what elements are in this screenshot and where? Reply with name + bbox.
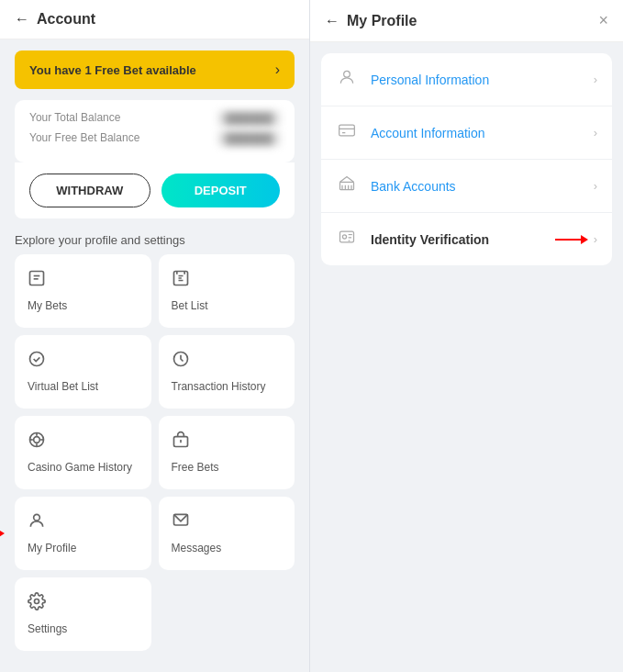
right-header-left: ← My Profile — [325, 13, 417, 29]
menu-item-identity-verification[interactable]: Identity Verification › — [321, 213, 612, 265]
grid-item-my-bets[interactable]: My Bets — [15, 254, 151, 328]
profile-menu-list: Personal Information › Account Informati… — [321, 53, 612, 265]
menu-item-account-info[interactable]: Account Information › — [321, 106, 612, 160]
svg-point-7 — [34, 437, 40, 443]
grid-item-messages[interactable]: Messages — [159, 497, 295, 570]
my-profile-label: My Profile — [28, 542, 76, 554]
messages-label: Messages — [172, 542, 222, 554]
casino-icon — [28, 431, 46, 454]
identity-arrow — [555, 235, 588, 244]
left-header: ← Account — [0, 0, 309, 39]
right-panel: ← My Profile × Personal Information › Ac… — [310, 0, 623, 672]
messages-icon — [172, 511, 190, 534]
personal-info-icon — [336, 68, 358, 91]
menu-item-bank-accounts[interactable]: Bank Accounts › — [321, 160, 612, 213]
bank-accounts-chevron: › — [594, 179, 597, 193]
total-balance-value: ██████ — [218, 111, 280, 126]
freebet-balance-label: Your Free Bet Balance — [29, 131, 139, 146]
svg-rect-18 — [339, 125, 355, 136]
bet-list-icon — [172, 269, 190, 292]
grid-item-bet-list[interactable]: Bet List — [159, 254, 295, 328]
bank-accounts-icon — [336, 174, 358, 197]
my-profile-title: My Profile — [347, 13, 417, 29]
free-bets-label: Free Bets — [172, 461, 219, 474]
total-balance-label: Your Total Balance — [29, 111, 120, 126]
transaction-label: Transaction History — [172, 380, 266, 393]
balance-section: Your Total Balance ██████ Your Free Bet … — [15, 100, 295, 162]
account-title: Account — [37, 11, 95, 28]
personal-info-chevron: › — [594, 73, 597, 86]
free-bets-icon — [172, 431, 190, 454]
account-info-icon — [336, 121, 358, 144]
identity-verification-label: Identity Verification — [371, 232, 555, 247]
explore-label: Explore your profile and settings — [0, 222, 309, 254]
settings-icon — [28, 592, 46, 615]
my-profile-arrow — [0, 529, 5, 538]
back-arrow-right[interactable]: ← — [325, 13, 339, 29]
grid-section: My Bets Bet List Virtual Bet List Transa… — [15, 254, 295, 570]
right-header: ← My Profile × — [310, 0, 623, 42]
my-bets-label: My Bets — [28, 299, 67, 312]
my-bets-icon — [28, 269, 46, 292]
grid-item-casino-history[interactable]: Casino Game History — [15, 416, 151, 489]
free-bet-banner[interactable]: You have 1 Free Bet available › — [15, 50, 295, 89]
bet-list-label: Bet List — [172, 299, 208, 312]
banner-chevron: › — [275, 62, 280, 78]
svg-point-4 — [30, 353, 44, 366]
withdraw-button[interactable]: WITHDRAW — [29, 174, 150, 207]
casino-label: Casino Game History — [28, 461, 132, 474]
grid-item-transaction-history[interactable]: Transaction History — [159, 335, 295, 409]
identity-verification-icon — [336, 228, 358, 251]
grid-item-virtual-bet-list[interactable]: Virtual Bet List — [15, 335, 151, 409]
svg-point-17 — [344, 71, 350, 77]
account-info-label: Account Information — [371, 126, 594, 140]
my-profile-icon — [28, 511, 46, 534]
identity-verification-chevron: › — [594, 232, 597, 246]
settings-label: Settings — [28, 622, 67, 635]
deposit-button[interactable]: DEPOSIT — [161, 174, 281, 207]
menu-item-personal-info[interactable]: Personal Information › — [321, 53, 612, 106]
account-info-chevron: › — [594, 126, 597, 140]
svg-point-16 — [35, 599, 39, 604]
back-arrow-left[interactable]: ← — [15, 11, 29, 28]
freebet-balance-value: ██████ — [218, 131, 280, 146]
action-buttons: WITHDRAW DEPOSIT — [15, 162, 295, 218]
grid-item-settings[interactable]: Settings — [15, 577, 151, 651]
bank-accounts-label: Bank Accounts — [371, 179, 594, 194]
close-button[interactable]: × — [598, 11, 608, 30]
left-panel: ← Account You have 1 Free Bet available … — [0, 0, 310, 672]
banner-text: You have 1 Free Bet available — [29, 63, 196, 77]
transaction-icon — [172, 350, 190, 373]
svg-point-27 — [342, 235, 346, 239]
virtual-bet-label: Virtual Bet List — [28, 380, 98, 393]
grid-item-free-bets[interactable]: Free Bets — [159, 416, 295, 489]
grid-item-my-profile[interactable]: My Profile — [15, 497, 151, 570]
svg-point-14 — [34, 514, 40, 521]
personal-info-label: Personal Information — [371, 73, 594, 87]
virtual-bet-icon — [28, 350, 46, 373]
logout-section: LOG OUT — [0, 658, 309, 672]
